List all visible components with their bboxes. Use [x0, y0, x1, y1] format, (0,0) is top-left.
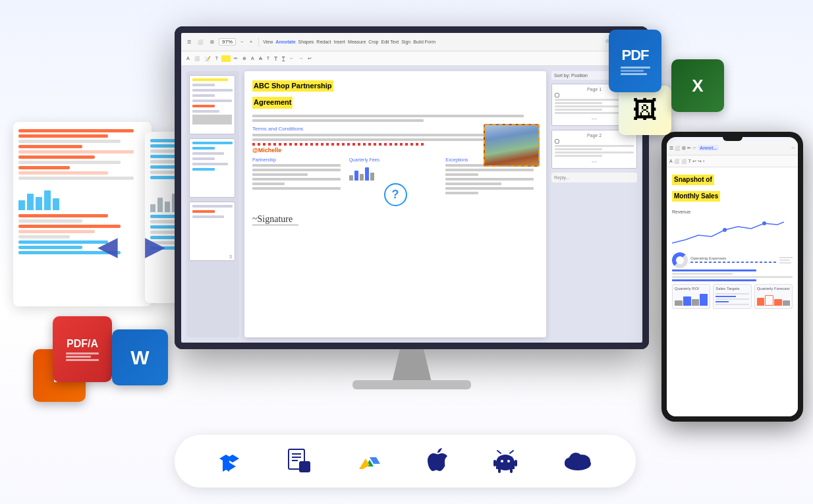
doc-title-line1: ABC Shop Partnership	[252, 80, 333, 92]
menu-icon[interactable]: ☰	[185, 39, 193, 45]
sticky-note-icon[interactable]: 📝	[204, 56, 212, 61]
arrow-left-icon[interactable]: ←	[288, 56, 295, 61]
tablet-thumb-icon[interactable]: ⊞	[682, 146, 686, 151]
bar	[774, 299, 781, 306]
svg-rect-24	[498, 468, 501, 473]
tablet-annotate-btn[interactable]: Annot...	[698, 145, 719, 151]
text-big-icon[interactable]: T	[273, 55, 279, 62]
pdfa-format-badge: PDF/A	[53, 316, 112, 382]
zoom-out[interactable]: −	[238, 39, 245, 45]
page1-checkbox[interactable]	[555, 93, 559, 98]
tablet-more-icon[interactable]: ···	[791, 146, 795, 150]
col-line	[445, 169, 534, 171]
partnership-col-title: Partnership	[252, 157, 345, 162]
quarterly-roi-label: Quarterly ROI	[675, 287, 699, 291]
tablet-shape-icon[interactable]: ⬜	[681, 159, 687, 164]
doc-content-line	[252, 115, 524, 117]
pdf-content-area: 3 ABC Shop Partnership Agreement Terms a…	[181, 66, 642, 343]
svg-point-19	[507, 460, 510, 462]
pdf-thumbnail-3[interactable]: 3	[189, 202, 235, 261]
tablet-doc-title: Snapshot of Monthly Sales	[672, 173, 793, 206]
col-line	[252, 173, 308, 176]
sales-targets-label: Sales Targets	[715, 287, 739, 291]
pdf-toolbar2: A ⬜ 📝 T ✏ ⊕ A A̶ T T T̲ ← → ↩	[181, 51, 642, 66]
tablet-title-line1: Snapshot of	[672, 175, 714, 185]
mini-line	[555, 148, 602, 150]
panel-line	[18, 219, 82, 223]
crop-btn[interactable]: Crop	[368, 40, 378, 44]
font-icon[interactable]: A	[185, 56, 191, 61]
sign-btn[interactable]: Sign	[401, 40, 410, 44]
photo-format-badge: 🖼	[619, 86, 671, 135]
redact-mark-icon[interactable]: A	[250, 56, 256, 61]
doc-title-line2: Agreement	[252, 97, 293, 108]
excel-badge-text: X	[692, 76, 703, 96]
insert-btn[interactable]: Insert	[334, 40, 346, 44]
tablet-mini-line	[672, 279, 756, 281]
strikethrough-icon[interactable]: A̶	[258, 56, 264, 61]
pdf-thumbnail-1[interactable]	[189, 75, 235, 134]
text-box-icon[interactable]: ⬜	[193, 56, 202, 61]
panel-line	[18, 150, 134, 154]
page-icon[interactable]: ⬜	[196, 39, 206, 45]
integration-icons-bar: ⊡	[175, 435, 636, 488]
annotate-btn[interactable]: Annotate	[275, 40, 295, 44]
zoom-in[interactable]: +	[248, 39, 254, 45]
text-size-icon[interactable]: T	[266, 56, 271, 61]
tablet-redo-icon[interactable]: ↪	[698, 159, 702, 164]
monitor: ☰ ⬜ ⊞ 97% − + View Annotate Shapes Redac…	[175, 26, 662, 402]
more-options2[interactable]: ···	[555, 158, 634, 165]
highlight-tool[interactable]	[221, 55, 231, 62]
tablet-undo-icon[interactable]: ↩	[692, 159, 696, 164]
tablet-hand-icon[interactable]: ☞	[692, 146, 696, 151]
bar	[349, 175, 353, 181]
tablet-text-icon[interactable]: T	[688, 159, 691, 163]
svg-point-29	[569, 453, 582, 464]
wavy-underline	[252, 143, 424, 146]
pdf-thumbnail-2[interactable]	[189, 138, 235, 198]
edit-text-btn[interactable]: Edit Text	[381, 40, 399, 44]
undo-icon[interactable]: ↩	[306, 56, 313, 61]
panel-line	[18, 230, 95, 233]
quarterly-forecast-box: Quarterly Forecast	[754, 284, 793, 309]
col-line	[252, 169, 341, 171]
monitor-stand	[392, 349, 432, 382]
pen-icon[interactable]: ✏	[233, 56, 239, 61]
tablet-font-icon[interactable]: A	[669, 159, 673, 163]
view-btn[interactable]: View	[263, 40, 273, 44]
svg-rect-25	[510, 468, 513, 473]
tablet-doc-icon[interactable]: ⬜	[675, 146, 681, 151]
tablet-menu-icon[interactable]: ☰	[669, 146, 673, 151]
photo-icon: 🖼	[632, 96, 658, 125]
monitor-inner: ☰ ⬜ ⊞ 97% − + View Annotate Shapes Redac…	[181, 33, 642, 343]
tablet-box-icon[interactable]: ⬜	[674, 159, 680, 164]
shapes-btn[interactable]: Shapes	[298, 40, 314, 44]
measure-btn[interactable]: Measure	[348, 40, 366, 44]
build-form-btn[interactable]: Build Form	[413, 40, 435, 44]
tablet-pen-icon[interactable]: ✏	[687, 146, 691, 151]
underline-icon[interactable]: T̲	[281, 56, 286, 61]
col-line	[445, 187, 534, 190]
type-icon[interactable]: T	[214, 56, 219, 61]
doc-content-line	[252, 119, 424, 122]
col-line	[445, 178, 534, 181]
apple-icon	[426, 448, 450, 474]
col-line	[252, 187, 341, 190]
redact-btn[interactable]: Redact	[316, 40, 331, 44]
zoom-level[interactable]: 97%	[219, 38, 236, 45]
page2-checkbox[interactable]	[555, 139, 559, 144]
android-icon	[493, 448, 518, 474]
tablet-toolbar2: A ⬜ ⬜ T ↩ ↪ ›	[667, 155, 798, 167]
tablet-body: ☰ ⬜ ⊞ ✏ ☞ Annot... ··· A ⬜ ⬜ T ↩ ↪ ›	[661, 132, 803, 422]
cloud-icon	[561, 449, 594, 473]
arrow-right-icon2[interactable]: →	[297, 56, 304, 61]
tablet-more2-icon[interactable]: ›	[703, 159, 704, 163]
panel-line	[18, 225, 121, 228]
thumb-icon[interactable]: ⊞	[208, 39, 216, 45]
revenue-label: Revenue	[672, 210, 793, 214]
tablet-content: Snapshot of Monthly Sales Revenue	[667, 167, 798, 416]
tablet-screen: ☰ ⬜ ⊞ ✏ ☞ Annot... ··· A ⬜ ⬜ T ↩ ↪ ›	[667, 137, 798, 416]
bar	[757, 298, 764, 306]
quarterly-roi-bars	[675, 293, 708, 306]
stamp-icon[interactable]: ⊕	[241, 56, 248, 61]
